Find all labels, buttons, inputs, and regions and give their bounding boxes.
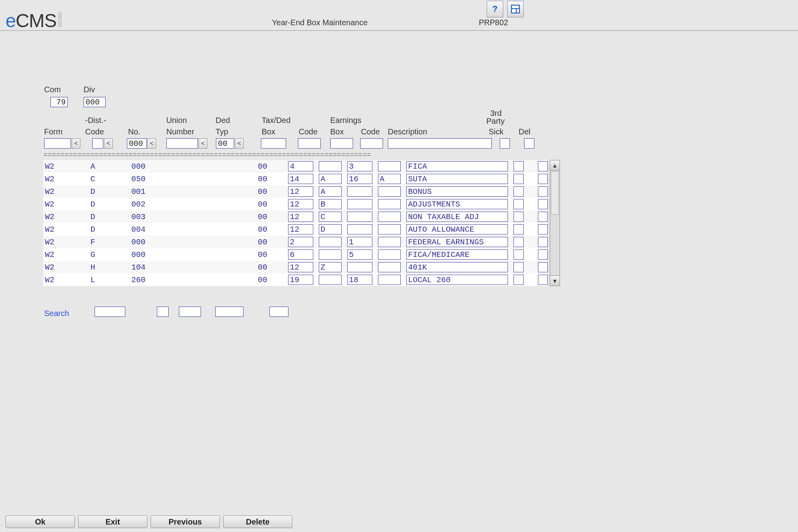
del-checkbox[interactable] [538,275,548,285]
input-e-code[interactable] [378,249,401,260]
filter-dist-no[interactable] [127,138,147,149]
filter-form[interactable] [44,138,71,149]
lookup-ded[interactable]: < [235,138,244,149]
input-e-box[interactable] [347,249,372,260]
sick-checkbox[interactable] [513,212,523,222]
lookup-dist-no[interactable]: < [147,138,156,149]
input-td-code[interactable] [319,224,342,234]
sick-checkbox[interactable] [513,275,523,285]
del-checkbox[interactable] [538,237,548,247]
input-td-box[interactable] [288,249,313,260]
del-checkbox[interactable] [538,161,548,171]
sick-checkbox[interactable] [513,161,523,171]
input-td-code[interactable] [319,237,342,247]
input-description[interactable] [406,174,508,184]
input-e-code[interactable] [378,212,401,222]
input-td-code[interactable] [319,174,342,184]
scrollbar[interactable]: ▲ ▼ [550,160,560,286]
filter-union[interactable] [166,138,198,149]
lookup-form[interactable]: < [72,138,80,149]
sick-checkbox[interactable] [513,262,523,272]
com-input[interactable] [50,97,68,107]
input-td-code[interactable] [319,262,342,272]
input-description[interactable] [406,262,508,272]
del-checkbox[interactable] [538,186,548,197]
input-td-box[interactable] [288,262,313,272]
input-description[interactable] [406,161,508,171]
input-td-box[interactable] [288,212,313,222]
sick-checkbox[interactable] [513,174,523,184]
scroll-up-icon[interactable]: ▲ [550,160,560,171]
scroll-down-icon[interactable]: ▼ [550,275,560,286]
input-description[interactable] [406,237,508,247]
del-checkbox[interactable] [538,199,548,209]
search-field-5[interactable] [270,307,288,317]
del-checkbox[interactable] [538,224,548,234]
filter-ded[interactable] [216,138,234,149]
div-input[interactable] [84,97,106,107]
search-field-4[interactable] [215,307,244,317]
input-e-code[interactable] [378,262,401,272]
del-checkbox[interactable] [538,174,548,184]
filter-e-code[interactable] [360,138,383,149]
input-td-box[interactable] [288,275,313,285]
sick-checkbox[interactable] [513,224,523,234]
sick-checkbox[interactable] [513,186,523,197]
scroll-thumb[interactable] [551,171,559,215]
input-e-box[interactable] [347,212,372,222]
input-e-code[interactable] [378,237,401,247]
input-td-box[interactable] [288,237,313,247]
input-e-code[interactable] [378,161,401,171]
input-e-box[interactable] [347,199,372,209]
input-description[interactable] [406,224,508,234]
input-td-box[interactable] [288,224,313,234]
filter-del-checkbox[interactable] [524,138,534,149]
lookup-union[interactable]: < [199,138,207,149]
help-icon[interactable]: ? [487,1,503,17]
input-td-box[interactable] [288,199,313,209]
input-td-code[interactable] [319,275,342,285]
input-td-code[interactable] [319,199,342,209]
input-e-box[interactable] [347,174,372,184]
input-e-code[interactable] [378,224,401,234]
filter-dist-code[interactable] [92,138,103,149]
previous-button[interactable]: Previous [151,515,220,528]
input-e-box[interactable] [347,262,372,272]
filter-e-box[interactable] [330,138,353,149]
search-field-3[interactable] [179,307,201,317]
input-e-code[interactable] [378,199,401,209]
input-e-box[interactable] [347,161,372,171]
input-description[interactable] [406,212,508,222]
input-td-code[interactable] [319,249,342,260]
input-td-box[interactable] [288,161,313,171]
input-e-box[interactable] [347,224,372,234]
input-td-code[interactable] [319,186,342,197]
input-description[interactable] [406,275,508,285]
layout-icon[interactable] [507,1,524,17]
search-field-2[interactable] [157,307,169,317]
filter-sick-checkbox[interactable] [500,138,510,149]
search-field-1[interactable] [95,307,125,317]
filter-description[interactable] [388,138,492,149]
input-td-box[interactable] [288,174,313,184]
input-description[interactable] [406,199,508,209]
lookup-dist-code[interactable]: < [104,138,113,149]
del-checkbox[interactable] [538,249,548,260]
ok-button[interactable]: Ok [6,515,75,528]
exit-button[interactable]: Exit [78,515,147,528]
input-e-box[interactable] [347,237,372,247]
del-checkbox[interactable] [538,262,548,272]
sick-checkbox[interactable] [513,237,523,247]
filter-td-box[interactable] [261,138,286,149]
input-e-box[interactable] [347,186,372,197]
input-e-box[interactable] [347,275,372,285]
input-e-code[interactable] [378,275,401,285]
input-td-box[interactable] [288,186,313,197]
input-description[interactable] [406,186,508,197]
sick-checkbox[interactable] [513,249,523,260]
input-e-code[interactable] [378,174,401,184]
input-td-code[interactable] [319,161,342,171]
delete-button[interactable]: Delete [223,515,292,528]
filter-td-code[interactable] [298,138,321,149]
input-description[interactable] [406,249,508,260]
